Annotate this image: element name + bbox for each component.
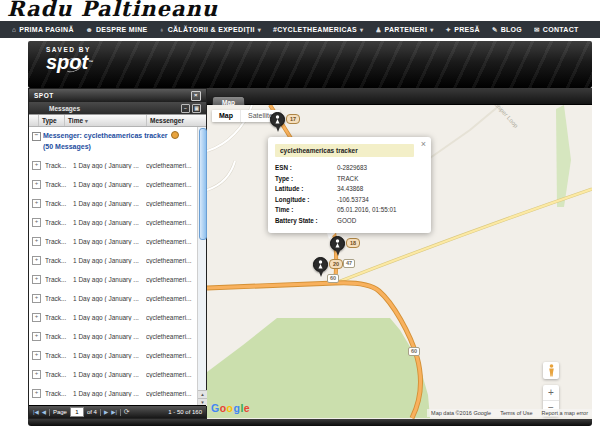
cell-messenger: cycletheameri... — [146, 200, 196, 207]
prev-page-button[interactable]: ◀ — [42, 409, 46, 415]
expand-row-icon[interactable]: + — [32, 389, 41, 398]
field-label: Battery State : — [275, 216, 337, 227]
marker-label-17[interactable]: 17 — [286, 114, 300, 124]
field-value: 05.01.2016, 01:55:01 — [337, 205, 397, 216]
track-marker-17[interactable] — [270, 112, 285, 127]
cell-type: Track... — [45, 181, 73, 188]
expand-row-icon[interactable]: + — [32, 199, 41, 208]
expand-row-icon[interactable]: + — [32, 332, 41, 341]
table-row[interactable]: + Track... 1 Day ago ( January ... cycle… — [29, 251, 197, 270]
infowindow-close-icon[interactable]: × — [421, 139, 426, 149]
page-input[interactable] — [70, 407, 84, 417]
table-row[interactable]: + Track... 1 Day ago ( January ... cycle… — [29, 194, 197, 213]
site-logo[interactable]: Radu Paltineanu — [7, 0, 218, 21]
map-type-map-button[interactable]: Map — [212, 110, 240, 122]
nav-item-blog[interactable]: ✎ BLOG — [486, 26, 528, 34]
cell-time: 1 Day ago ( January ... — [73, 200, 146, 207]
expand-row-icon[interactable]: + — [32, 275, 41, 284]
cell-time: 1 Day ago ( January ... — [73, 371, 146, 378]
group-message-count: (50 Messages) — [43, 143, 91, 150]
cell-type: Track... — [45, 352, 73, 359]
infowindow-field: Time : 05.01.2016, 01:55:01 — [275, 205, 424, 216]
first-page-button[interactable]: |◀ — [33, 409, 39, 415]
nav-item-parteneri[interactable]: ♟ PARTENERI ▾ — [369, 26, 439, 34]
scrollbar-thumb[interactable] — [199, 128, 207, 240]
expand-row-icon[interactable]: + — [32, 161, 41, 170]
messages-grid: − Messenger: cycletheamericas tracker (5… — [29, 127, 197, 406]
nav-item-cycletheamericas[interactable]: #CYCLETHEAMERICAS ▾ — [267, 26, 369, 33]
table-row[interactable]: + Track... 1 Day ago ( January ... cycle… — [29, 232, 197, 251]
table-row[interactable]: + Track... 1 Day ago ( January ... cycle… — [29, 384, 197, 403]
expand-row-icon[interactable]: + — [32, 351, 41, 360]
scroll-up-icon[interactable]: ▲ — [198, 390, 207, 398]
last-page-button[interactable]: ▶| — [111, 409, 117, 415]
marker-label-18[interactable]: 18 — [346, 238, 360, 248]
close-icon[interactable]: × — [191, 91, 201, 101]
nav-item-prima-pagina[interactable]: ⌂ PRIMA PAGINĂ — [6, 26, 80, 33]
cell-time: 1 Day ago ( January ... — [73, 181, 146, 188]
route-shield-47: 47 — [343, 259, 355, 268]
track-marker-20[interactable] — [313, 257, 328, 272]
hiker-icon — [334, 239, 341, 248]
table-row[interactable]: + Track... 1 Day ago ( January ... cycle… — [29, 289, 197, 308]
table-row[interactable]: + Track... 1 Day ago ( January ... cycle… — [29, 270, 197, 289]
caret-down-icon: ▾ — [430, 26, 433, 33]
vertical-scrollbar[interactable]: ▲ ▼ — [197, 127, 206, 406]
hiker-icon — [317, 260, 324, 269]
route-shield-60-south: 60 — [408, 347, 420, 356]
panel-title-bar: SPOT × — [29, 89, 206, 102]
table-row[interactable]: + Track... 1 Day ago ( January ... cycle… — [29, 175, 197, 194]
table-row[interactable]: + Track... 1 Day ago ( January ... cycle… — [29, 213, 197, 232]
table-row[interactable]: + Track... 1 Day ago ( January ... cycle… — [29, 156, 197, 175]
expand-row-icon[interactable]: + — [32, 218, 41, 227]
nav-item-contact[interactable]: ✉ CONTACT — [528, 26, 585, 34]
cell-type: Track... — [45, 295, 73, 302]
page-label: Page — [53, 409, 67, 415]
expand-row-icon[interactable]: + — [32, 237, 41, 246]
table-row[interactable]: + Track... 1 Day ago ( January ... cycle… — [29, 346, 197, 365]
map-attribution: Map data ©2016 Google Terms of Use Repor… — [427, 409, 592, 417]
field-value: 34.43868 — [337, 184, 363, 195]
column-header-type[interactable]: Type — [39, 115, 65, 126]
home-icon: ⌂ — [12, 26, 16, 33]
expand-row-icon[interactable]: + — [32, 370, 41, 379]
nav-item-despre-mine[interactable]: ☻ DESPRE MINE — [80, 26, 154, 33]
cell-type: Track... — [45, 390, 73, 397]
column-header-time[interactable]: Time▾ — [65, 115, 147, 126]
expand-row-icon[interactable]: + — [32, 294, 41, 303]
report-map-error-link[interactable]: Report a map error — [542, 410, 588, 416]
table-row[interactable]: + Track... 1 Day ago ( January ... cycle… — [29, 365, 197, 384]
collapse-icon[interactable]: − — [181, 104, 190, 113]
cell-time: 1 Day ago ( January ... — [73, 333, 146, 340]
expand-row-icon[interactable]: + — [32, 180, 41, 189]
messages-title: Messages — [49, 105, 80, 112]
collapse-group-icon[interactable]: − — [32, 132, 41, 141]
next-page-button[interactable]: ▶ — [104, 409, 108, 415]
nav-item-presa[interactable]: ✦ PRESĂ — [440, 26, 486, 34]
marker-label-20[interactable]: 20 — [329, 259, 343, 269]
field-value: 0-2829683 — [337, 163, 367, 174]
pegman-icon — [547, 364, 556, 377]
cell-type: Track... — [45, 257, 73, 264]
refresh-button[interactable]: ⟳ — [124, 408, 130, 416]
group-header-row[interactable]: − Messenger: cycletheamericas tracker (5… — [29, 127, 197, 156]
cell-messenger: cycletheameri... — [146, 257, 196, 264]
nav-item-calatorii-expeditii[interactable]: ♁ CĂLĂTORII & EXPEDIȚII ▾ — [153, 26, 267, 33]
cell-time: 1 Day ago ( January ... — [73, 219, 146, 226]
zoom-in-button[interactable]: + — [543, 385, 559, 400]
map-canvas[interactable]: Map Satellite Juniper Loop 60 47 60 17 1… — [207, 105, 592, 419]
cell-time: 1 Day ago ( January ... — [73, 314, 146, 321]
expand-row-icon[interactable]: + — [32, 256, 41, 265]
record-range: 1 - 50 of 160 — [168, 409, 202, 415]
google-logo[interactable]: Google — [211, 402, 250, 414]
popout-icon[interactable]: ▣ — [192, 104, 201, 113]
infowindow-field: Longitude : -106.53734 — [275, 195, 424, 206]
table-row[interactable]: + Track... 1 Day ago ( January ... cycle… — [29, 327, 197, 346]
table-row[interactable]: + Track... 1 Day ago ( January ... cycle… — [29, 308, 197, 327]
terms-of-use-link[interactable]: Terms of Use — [500, 410, 532, 416]
pegman-button[interactable] — [543, 362, 559, 379]
expand-row-icon[interactable]: + — [32, 313, 41, 322]
column-header-messenger[interactable]: Messenger — [147, 115, 206, 126]
infowindow-title: cycletheamericas tracker — [275, 144, 414, 157]
cell-messenger: cycletheameri... — [146, 295, 196, 302]
